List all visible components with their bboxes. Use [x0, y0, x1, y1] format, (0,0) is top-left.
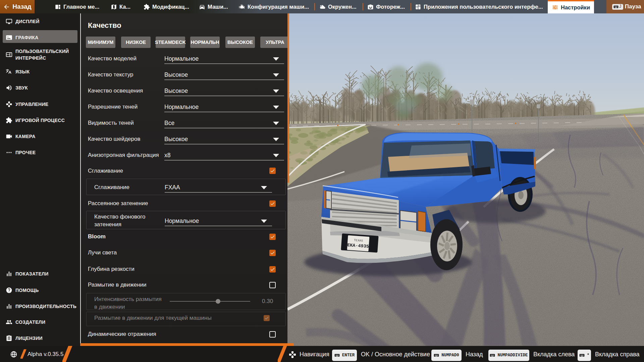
svg-text:TEXAS: TEXAS — [354, 239, 363, 243]
